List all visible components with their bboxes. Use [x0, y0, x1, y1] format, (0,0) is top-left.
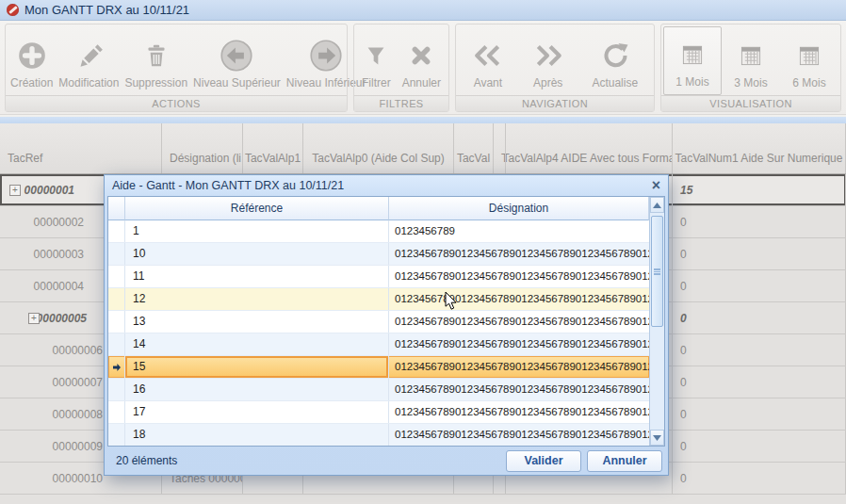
button-label: 3 Mois — [734, 76, 767, 89]
list-item[interactable]: 1 0123456789 — [108, 220, 649, 243]
valider-button[interactable]: Valider — [506, 450, 581, 472]
row-indicator — [108, 333, 125, 355]
chevrons-right-icon — [532, 35, 564, 76]
button-label: Filtrer — [362, 76, 391, 89]
row-indicator — [108, 288, 125, 310]
group-label-visualisation: VISUALISATION — [661, 95, 840, 111]
list-item[interactable]: 12 0123456789012345678901234567890123456… — [108, 288, 649, 311]
button-label: Actualise — [592, 76, 638, 89]
button-label: Avant — [474, 76, 502, 89]
mouse-cursor — [445, 292, 458, 311]
actualise-button[interactable]: Actualise — [589, 26, 641, 95]
modification-button[interactable]: Modification — [56, 26, 122, 95]
dialog-column-reference[interactable]: Référence — [125, 197, 389, 220]
niveau-superieur-button[interactable]: Niveau Supérieur — [190, 26, 284, 95]
six-mois-button[interactable]: 6 Mois — [780, 26, 838, 95]
row-indicator — [108, 311, 125, 333]
row-indicator — [108, 266, 125, 287]
dialog-scrollbar[interactable] — [649, 197, 664, 446]
dialog-column-designation[interactable]: Désignation — [389, 197, 649, 220]
button-label: Après — [533, 76, 562, 89]
list-item-selected[interactable]: 15 0123456789012345678901234567890123456… — [108, 356, 649, 379]
dialog-title: Aide - Gantt - Mon GANTT DRX au 10/11/21 — [112, 179, 652, 192]
app-icon — [7, 4, 19, 16]
close-icon[interactable]: × — [652, 178, 660, 193]
calendar-icon — [796, 35, 822, 76]
arrow-left-circle-icon — [220, 35, 253, 76]
button-label: 1 Mois — [675, 75, 708, 89]
row-indicator — [108, 356, 125, 378]
button-label: Modification — [58, 76, 119, 89]
dialog-grid: Référence Désignation 1 0123456789 10 01… — [107, 196, 665, 447]
button-label: 6 Mois — [792, 76, 825, 89]
ribbon-toolbar: Création Modification Suppression Niveau… — [0, 21, 846, 115]
button-label: Niveau Supérieur — [193, 76, 281, 89]
row-indicator-header — [108, 197, 125, 220]
calendar-icon — [679, 34, 706, 75]
list-item[interactable]: 18 0123456789012345678901234567890123456… — [108, 424, 649, 447]
arrow-right-circle-icon — [309, 35, 343, 76]
dialog-titlebar[interactable]: Aide - Gantt - Mon GANTT DRX au 10/11/21… — [105, 175, 668, 196]
scrollbar-thumb[interactable] — [651, 216, 663, 327]
trois-mois-button[interactable]: 3 Mois — [722, 26, 780, 95]
list-item[interactable]: 14 0123456789012345678901234567890123456… — [108, 333, 649, 356]
column-header-tacval[interactable]: TacVal — [454, 123, 494, 173]
list-item[interactable]: 11 0123456789012345678901234567890123456… — [108, 266, 649, 288]
row-indicator — [108, 379, 125, 400]
column-header-tacref[interactable]: TacRef — [0, 123, 162, 173]
button-label: Suppression — [124, 76, 187, 89]
expand-icon[interactable]: + — [28, 313, 40, 324]
filtrer-button[interactable]: Filtrer — [359, 26, 394, 95]
list-item[interactable]: 17 0123456789012345678901234567890123456… — [108, 401, 649, 424]
row-indicator — [108, 424, 125, 446]
plus-circle-icon — [16, 35, 48, 76]
cancel-x-icon — [407, 35, 435, 76]
refresh-icon — [600, 35, 630, 76]
row-indicator — [108, 401, 125, 423]
group-label-navigation: NAVIGATION — [456, 95, 654, 111]
un-mois-button[interactable]: 1 Mois — [663, 26, 722, 95]
ribbon-group-filtres: Filtrer Annuler FILTRES — [353, 24, 449, 112]
list-item[interactable]: 13 0123456789012345678901234567890123456… — [108, 311, 649, 333]
list-item[interactable]: 10 0123456789012345678901234567890123456… — [108, 243, 649, 266]
element-count: 20 éléments — [116, 454, 177, 467]
separator-strip — [0, 117, 846, 123]
list-item[interactable]: 16 0123456789012345678901234567890123456… — [108, 379, 649, 401]
triangle-up-icon — [653, 203, 661, 208]
column-header-designation[interactable]: Désignation (li — [162, 123, 243, 173]
expand-icon[interactable]: + — [9, 185, 21, 196]
column-header-t[interactable]: T — [494, 123, 506, 173]
column-header-tacvalnum1[interactable]: TacValNum1 Aide Sur Numerique — [673, 123, 846, 173]
column-header-tacvalalp0[interactable]: TacValAlp0 (Aide Col Sup) — [303, 123, 454, 173]
scroll-up-button[interactable] — [650, 197, 664, 213]
triangle-down-icon — [653, 435, 661, 441]
suppression-button[interactable]: Suppression — [122, 26, 190, 95]
avant-button[interactable]: Avant — [469, 26, 507, 95]
group-label-filtres: FILTRES — [354, 95, 448, 111]
ribbon-group-navigation: Avant Après Actualise NAVIGATION — [455, 24, 655, 112]
ribbon-group-actions: Création Modification Suppression Niveau… — [5, 24, 348, 112]
grid-column-headers: TacRef Désignation (li TacValAlp1 TacVal… — [0, 123, 846, 174]
row-indicator — [108, 220, 125, 242]
annuler-button[interactable]: Annuler — [587, 450, 662, 472]
trash-icon — [140, 35, 172, 76]
filter-icon — [362, 35, 390, 76]
scroll-down-button[interactable] — [650, 430, 664, 446]
group-label-actions: ACTIONS — [6, 95, 347, 111]
column-header-tacvalalp1[interactable]: TacValAlp1 — [243, 123, 303, 173]
annuler-filtre-button[interactable]: Annuler — [399, 26, 444, 95]
window-title: Mon GANTT DRX au 10/11/21 — [24, 3, 189, 17]
row-indicator — [108, 243, 125, 265]
dialog-footer: 20 éléments Valider Annuler — [105, 447, 668, 476]
button-label: Création — [10, 76, 53, 89]
apres-button[interactable]: Après — [529, 26, 567, 95]
pencil-icon — [73, 35, 105, 76]
chevrons-left-icon — [472, 35, 504, 76]
column-header-tacvalalp4[interactable]: TacValAlp4 AIDE Avec tous Forma — [506, 123, 673, 173]
calendar-icon — [738, 35, 764, 76]
ribbon-group-visualisation: 1 Mois 3 Mois 6 Mois VISUALISATION — [660, 24, 841, 112]
window-titlebar: Mon GANTT DRX au 10/11/21 — [0, 0, 846, 21]
creation-button[interactable]: Création — [8, 26, 56, 95]
aide-gantt-dialog: Aide - Gantt - Mon GANTT DRX au 10/11/21… — [104, 174, 669, 476]
button-label: Annuler — [402, 76, 441, 89]
